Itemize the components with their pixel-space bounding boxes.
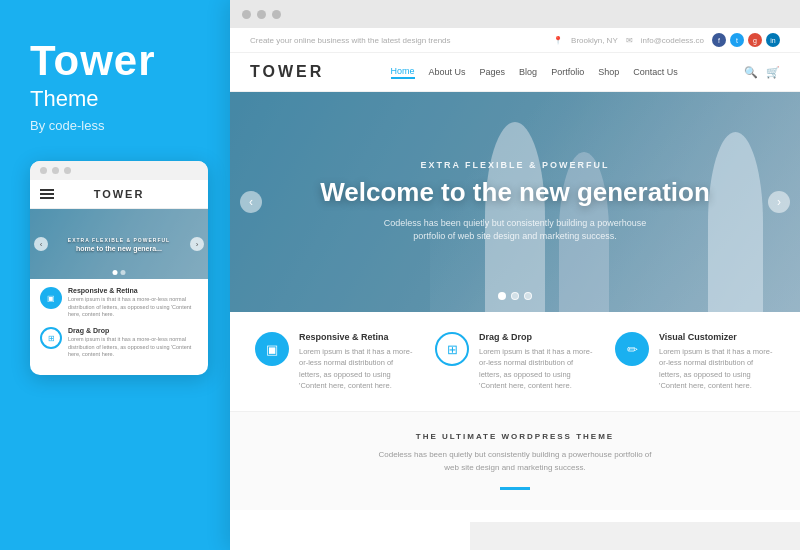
nav-link-portfolio[interactable]: Portfolio	[551, 67, 584, 77]
linkedin-icon[interactable]: in	[766, 33, 780, 47]
header-email: info@codeless.co	[641, 36, 704, 45]
hero-next-button[interactable]: ›	[768, 191, 790, 213]
hamburger-line	[40, 197, 54, 199]
website-header-top: Create your online business with the lat…	[230, 28, 800, 53]
brand-by: By code-less	[30, 118, 104, 133]
hamburger-line	[40, 189, 54, 191]
social-icons: f t g in	[712, 33, 780, 47]
dot-1	[40, 167, 47, 174]
mobile-features: ▣ Responsive & Retina Lorem ipsum is tha…	[30, 279, 208, 375]
header-email-icon: ✉	[626, 36, 633, 45]
nav-link-home[interactable]: Home	[391, 66, 415, 79]
mobile-feature-title-drag: Drag & Drop	[68, 327, 198, 334]
mobile-feature-icon-responsive: ▣	[40, 287, 62, 309]
feature-title-visual: Visual Customizer	[659, 332, 775, 342]
mobile-hero: EXTRA FLEXIBLE & POWERFUL home to the ne…	[30, 209, 208, 279]
header-info-right: 📍 Brooklyn, NY ✉ info@codeless.co f t g …	[553, 33, 780, 47]
header-tagline: Create your online business with the lat…	[250, 36, 451, 45]
website-nav: TOWER Home About Us Pages Blog Portfolio…	[230, 53, 800, 92]
mobile-feature-title-responsive: Responsive & Retina	[68, 287, 198, 294]
bottom-section: THE ULTIMATE WORDPRESS THEME Codeless ha…	[230, 412, 800, 510]
feature-icon-drag: ⊞	[435, 332, 469, 366]
feature-col-2: ⊞ Drag & Drop Lorem ipsum is that it has…	[435, 332, 595, 391]
nav-link-about[interactable]: About Us	[429, 67, 466, 77]
feature-text-visual: Visual Customizer Lorem ipsum is that it…	[659, 332, 775, 391]
mobile-dot-1[interactable]	[113, 270, 118, 275]
feature-title-responsive: Responsive & Retina	[299, 332, 415, 342]
twitter-icon[interactable]: t	[730, 33, 744, 47]
cart-icon[interactable]: 🛒	[766, 66, 780, 79]
brand-subtitle: Theme	[30, 86, 98, 112]
desktop-top-bar	[230, 0, 800, 28]
bottom-tag: THE ULTIMATE WORDPRESS THEME	[255, 432, 775, 441]
hamburger-line	[40, 193, 54, 195]
mobile-nav: TOWER	[30, 180, 208, 209]
mobile-dot-2[interactable]	[121, 270, 126, 275]
feature-col-3: ✏ Visual Customizer Lorem ipsum is that …	[615, 332, 775, 391]
feature-title-drag: Drag & Drop	[479, 332, 595, 342]
mobile-hero-prev[interactable]: ‹	[34, 237, 48, 251]
mobile-feature-desc-responsive: Lorem ipsum is that it has a more-or-les…	[68, 296, 198, 319]
hero-content: EXTRA FLEXIBLE & POWERFUL Welcome to the…	[280, 160, 750, 244]
search-icon[interactable]: 🔍	[744, 66, 758, 79]
hero-prev-button[interactable]: ‹	[240, 191, 262, 213]
nav-link-contact[interactable]: Contact Us	[633, 67, 678, 77]
feature-text-responsive: Responsive & Retina Lorem ipsum is that …	[299, 332, 415, 391]
mobile-feature-item: ▣ Responsive & Retina Lorem ipsum is tha…	[40, 287, 198, 319]
feature-icon-responsive: ▣	[255, 332, 289, 366]
nav-link-shop[interactable]: Shop	[598, 67, 619, 77]
header-location: Brooklyn, NY	[571, 36, 618, 45]
desktop-dot-1	[242, 10, 251, 19]
hero-tagline: EXTRA FLEXIBLE & POWERFUL	[320, 160, 710, 170]
mobile-site-logo: TOWER	[94, 188, 145, 200]
site-logo: TOWER	[250, 63, 324, 81]
mobile-feature-desc-drag: Lorem ipsum is that it has a more-or-les…	[68, 336, 198, 359]
mobile-hero-title: home to the new genera...	[68, 245, 170, 252]
mobile-top-bar	[30, 161, 208, 180]
mobile-mockup: TOWER EXTRA FLEXIBLE & POWERFUL home to …	[30, 161, 208, 375]
left-panel: Tower Theme By code-less TOWER EXTRA FLE…	[0, 0, 240, 550]
header-info-left: Create your online business with the lat…	[250, 36, 451, 45]
mobile-feature-item-2: ⊞ Drag & Drop Lorem ipsum is that it has…	[40, 327, 198, 359]
googleplus-icon[interactable]: g	[748, 33, 762, 47]
hero-description: Codeless has been quietly but consistent…	[375, 217, 655, 244]
hero-section: EXTRA FLEXIBLE & POWERFUL Welcome to the…	[230, 92, 800, 312]
desktop-dot-3	[272, 10, 281, 19]
dot-3	[64, 167, 71, 174]
mobile-hero-tagline: EXTRA FLEXIBLE & POWERFUL	[68, 237, 170, 243]
nav-icons: 🔍 🛒	[744, 66, 780, 79]
feature-desc-drag: Lorem ipsum is that it has a more-or-les…	[479, 346, 595, 391]
mobile-hero-dots	[113, 270, 126, 275]
hero-dots	[498, 292, 532, 300]
hero-dot-2[interactable]	[511, 292, 519, 300]
nav-link-blog[interactable]: Blog	[519, 67, 537, 77]
mobile-feature-icon-drag: ⊞	[40, 327, 62, 349]
desktop-mockup: Create your online business with the lat…	[230, 0, 800, 550]
bottom-bar	[470, 522, 800, 550]
mobile-hero-next[interactable]: ›	[190, 237, 204, 251]
brand-title: Tower	[30, 40, 156, 82]
feature-text-drag: Drag & Drop Lorem ipsum is that it has a…	[479, 332, 595, 391]
nav-link-pages[interactable]: Pages	[480, 67, 506, 77]
hero-dot-1[interactable]	[498, 292, 506, 300]
feature-desc-visual: Lorem ipsum is that it has a more-or-les…	[659, 346, 775, 391]
bottom-divider	[500, 487, 530, 490]
mobile-feature-text-drag: Drag & Drop Lorem ipsum is that it has a…	[68, 327, 198, 359]
feature-desc-responsive: Lorem ipsum is that it has a more-or-les…	[299, 346, 415, 391]
dot-2	[52, 167, 59, 174]
nav-links: Home About Us Pages Blog Portfolio Shop …	[391, 66, 678, 79]
mobile-feature-text-responsive: Responsive & Retina Lorem ipsum is that …	[68, 287, 198, 319]
bottom-desc: Codeless has been quietly but consistent…	[375, 449, 655, 475]
hero-title: Welcome to the new generation	[320, 178, 710, 207]
desktop-dot-2	[257, 10, 266, 19]
features-section: ▣ Responsive & Retina Lorem ipsum is tha…	[230, 312, 800, 412]
feature-icon-visual: ✏	[615, 332, 649, 366]
hero-dot-3[interactable]	[524, 292, 532, 300]
mobile-hero-text: EXTRA FLEXIBLE & POWERFUL home to the ne…	[68, 237, 170, 252]
facebook-icon[interactable]: f	[712, 33, 726, 47]
hamburger-menu[interactable]	[40, 189, 54, 199]
header-location-icon: 📍	[553, 36, 563, 45]
feature-col-1: ▣ Responsive & Retina Lorem ipsum is tha…	[255, 332, 415, 391]
